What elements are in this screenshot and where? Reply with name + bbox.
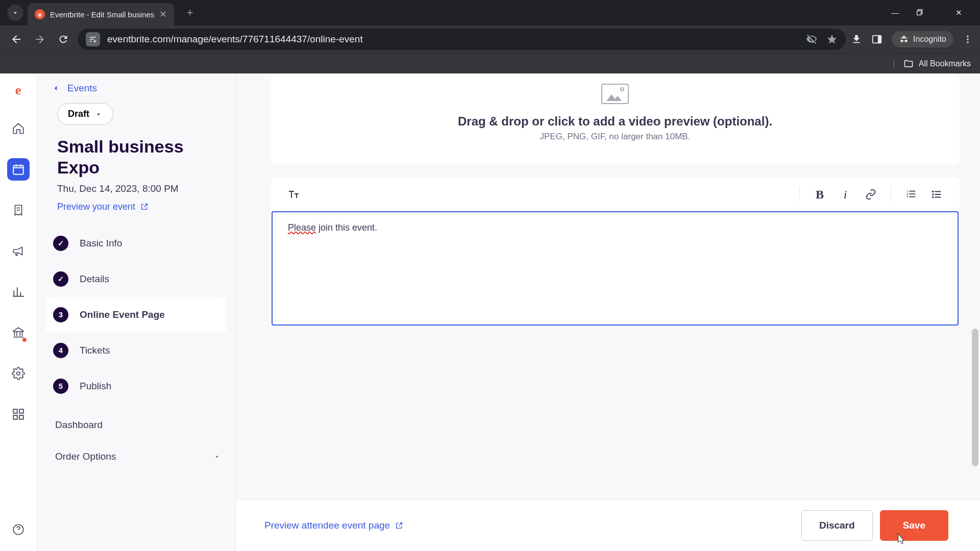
status-dropdown[interactable]: Draft — [57, 103, 113, 125]
incognito-icon — [899, 34, 909, 44]
rail-home[interactable] — [7, 117, 30, 140]
step-publish[interactable]: 5 Publish — [46, 368, 226, 404]
dropzone-subtitle: JPEG, PNG, GIF, no larger than 10MB. — [281, 132, 949, 142]
arrow-left-icon — [10, 33, 22, 45]
rail-finance[interactable] — [7, 321, 30, 344]
rail-settings[interactable] — [7, 362, 30, 385]
rail-events[interactable] — [7, 158, 30, 181]
maximize-icon — [916, 8, 924, 16]
all-bookmarks-link[interactable]: All Bookmarks — [919, 59, 971, 68]
editor-word-spellerror: Please — [288, 222, 316, 233]
ordered-list-button[interactable] — [900, 184, 922, 205]
kebab-menu-icon[interactable] — [963, 34, 973, 44]
svg-point-14 — [932, 191, 934, 193]
eventbrite-logo[interactable]: e — [10, 82, 27, 99]
chevron-down-icon — [94, 110, 103, 118]
nav-rail: e — [0, 73, 37, 551]
dropzone-title: Drag & drop or click to add a video prev… — [281, 114, 949, 129]
scrollbar-thumb[interactable] — [972, 329, 978, 466]
new-tab-button[interactable]: + — [181, 4, 199, 21]
text-editor-card: B i Please join this event. — [271, 178, 960, 325]
external-link-icon — [395, 521, 403, 530]
download-icon[interactable] — [851, 34, 862, 45]
rail-apps[interactable] — [7, 403, 30, 425]
help-icon — [12, 523, 25, 536]
svg-rect-10 — [19, 409, 23, 413]
upload-dropzone-card: Drag & drop or click to add a video prev… — [271, 73, 960, 164]
maximize-button[interactable] — [916, 8, 938, 17]
close-tab-icon[interactable]: ✕ — [159, 9, 167, 20]
browser-tab[interactable]: e Eventbrite - Edit Small busines ✕ — [28, 3, 174, 26]
step-online-event-page[interactable]: 3 Online Event Page — [46, 297, 226, 333]
event-title: Small business Expo — [57, 136, 226, 178]
reload-button[interactable] — [54, 30, 72, 48]
editor-textarea[interactable]: Please join this event. — [272, 211, 959, 325]
main-content: Drag & drop or click to add a video prev… — [236, 73, 980, 551]
text-size-button[interactable] — [283, 184, 304, 205]
event-sidebar: Events Draft Small business Expo Thu, De… — [37, 73, 236, 551]
home-icon — [12, 122, 25, 135]
svg-point-8 — [16, 372, 20, 375]
address-bar[interactable]: eventbrite.com/manage/events/77671164443… — [78, 29, 846, 50]
back-to-events[interactable]: Events — [46, 81, 226, 103]
close-window-button[interactable]: ✕ — [947, 8, 970, 17]
rail-orders[interactable] — [7, 199, 30, 221]
step-tickets[interactable]: 4 Tickets — [46, 333, 226, 368]
unordered-list-button[interactable] — [926, 184, 947, 205]
browser-chrome: e Eventbrite - Edit Small busines ✕ + — … — [0, 0, 980, 73]
step-basic-info[interactable]: Basic Info — [46, 226, 226, 261]
check-icon — [53, 271, 68, 287]
event-date: Thu, Dec 14, 2023, 8:00 PM — [57, 183, 226, 194]
bold-button[interactable]: B — [809, 184, 830, 205]
chevron-down-icon — [213, 453, 221, 461]
bank-icon — [12, 326, 25, 339]
preview-attendee-link[interactable]: Preview attendee event page — [264, 520, 403, 531]
bookmark-star-icon[interactable] — [826, 34, 838, 45]
forward-button[interactable] — [31, 30, 49, 48]
step-number-badge: 3 — [53, 307, 68, 322]
site-info-chip[interactable] — [86, 32, 100, 46]
eye-off-icon[interactable] — [806, 34, 817, 45]
save-button[interactable]: Save — [880, 510, 948, 541]
calendar-icon — [12, 163, 25, 176]
rail-reports[interactable] — [7, 281, 30, 303]
svg-rect-7 — [13, 165, 23, 174]
page-footer: Preview attendee event page Discard Save — [236, 499, 980, 551]
sidebar-dashboard[interactable]: Dashboard — [46, 409, 226, 441]
rail-marketing[interactable] — [7, 240, 30, 262]
svg-point-5 — [967, 38, 968, 40]
svg-point-15 — [932, 193, 934, 195]
video-preview-dropzone[interactable]: Drag & drop or click to add a video prev… — [271, 73, 960, 164]
megaphone-icon — [12, 244, 25, 258]
minimize-button[interactable]: — — [884, 8, 906, 17]
folder-icon — [903, 59, 914, 69]
discard-button[interactable]: Discard — [801, 510, 873, 541]
editor-toolbar: B i — [271, 178, 960, 211]
chevron-down-icon — [11, 9, 19, 17]
svg-rect-9 — [13, 409, 17, 413]
link-button[interactable] — [860, 184, 881, 205]
titlebar: e Eventbrite - Edit Small busines ✕ + — … — [0, 0, 980, 26]
incognito-indicator[interactable]: Incognito — [892, 31, 953, 47]
check-icon — [53, 236, 68, 251]
tabs-dropdown[interactable] — [7, 5, 23, 21]
receipt-icon — [12, 204, 25, 217]
app-root: e Event — [0, 73, 980, 551]
svg-rect-12 — [19, 415, 23, 419]
eventbrite-favicon: e — [35, 9, 45, 19]
italic-button[interactable]: i — [835, 184, 856, 205]
svg-point-6 — [967, 41, 968, 43]
rail-help[interactable] — [7, 518, 30, 541]
reload-icon — [58, 34, 69, 45]
step-details[interactable]: Details — [46, 261, 226, 297]
image-placeholder-icon — [601, 84, 629, 104]
steps-list: Basic Info Details 3 Online Event Page 4… — [46, 226, 226, 404]
back-button[interactable] — [7, 30, 26, 48]
browser-toolbar: eventbrite.com/manage/events/77671164443… — [0, 26, 980, 53]
side-panel-icon[interactable] — [871, 34, 883, 45]
ordered-list-icon — [905, 189, 917, 200]
sidebar-order-options[interactable]: Order Options — [46, 441, 226, 472]
text-size-icon — [287, 188, 300, 201]
external-link-icon — [140, 203, 149, 211]
preview-event-link[interactable]: Preview your event — [57, 202, 226, 212]
